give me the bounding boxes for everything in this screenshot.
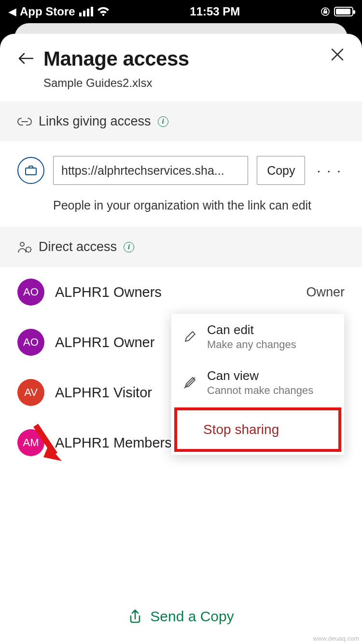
link-more-button[interactable]: · · · — [314, 162, 345, 179]
member-row[interactable]: AO ALPHR1 Owners Owner — [0, 267, 362, 317]
cell-signal-icon — [79, 7, 93, 16]
svg-line-4 — [184, 378, 195, 388]
avatar: AO — [17, 329, 44, 356]
option-subtitle: Cannot make changes — [207, 384, 313, 397]
watermark: www.deuaq.com — [313, 635, 359, 642]
option-subtitle: Make any changes — [207, 338, 296, 351]
pencil-slash-icon — [181, 376, 198, 390]
page-title: Manage access — [43, 47, 321, 70]
org-link-icon[interactable] — [17, 157, 44, 184]
member-role: Owner — [306, 285, 345, 300]
pencil-icon — [181, 330, 198, 344]
manage-access-sheet: Manage access Sample Guides2.xlsx Links … — [0, 34, 362, 644]
back-app-label[interactable]: App Store — [20, 5, 75, 18]
direct-access-section-header: Direct access i — [0, 227, 362, 267]
link-description: People in your organization with the lin… — [53, 198, 345, 212]
annotation-arrow — [32, 421, 66, 465]
info-icon[interactable]: i — [158, 116, 168, 127]
avatar: AO — [17, 279, 44, 306]
links-section-label: Links giving access — [39, 114, 151, 129]
sheet-header: Manage access Sample Guides2.xlsx — [0, 34, 362, 101]
orientation-lock-icon — [320, 7, 330, 16]
wifi-icon — [97, 7, 110, 16]
status-time: 11:53 PM — [190, 5, 240, 18]
copy-link-button[interactable]: Copy — [257, 156, 305, 185]
share-icon — [128, 608, 142, 625]
file-name: Sample Guides2.xlsx — [43, 76, 321, 90]
direct-access-label: Direct access — [39, 239, 117, 254]
share-link-field[interactable]: https://alphrtechservices.sha... — [53, 156, 248, 185]
option-title: Can edit — [207, 322, 296, 337]
people-settings-icon — [17, 241, 32, 253]
permission-popup: Can edit Make any changes Can view Canno… — [171, 313, 345, 455]
close-button[interactable] — [330, 47, 345, 62]
option-title: Can view — [207, 368, 313, 383]
link-icon — [17, 116, 32, 127]
share-link-block: https://alphrtechservices.sha... Copy · … — [0, 141, 362, 227]
status-bar: ◀ App Store 11:53 PM — [0, 0, 362, 23]
links-section-header: Links giving access i — [0, 101, 362, 141]
back-button[interactable] — [17, 47, 43, 67]
svg-line-5 — [36, 425, 55, 454]
info-icon[interactable]: i — [124, 242, 134, 252]
send-copy-button[interactable]: Send a Copy — [0, 596, 362, 644]
svg-point-2 — [20, 242, 24, 246]
send-copy-label: Send a Copy — [150, 608, 234, 625]
svg-rect-1 — [26, 168, 36, 175]
permission-option-view[interactable]: Can view Cannot make changes — [171, 360, 344, 406]
avatar: AV — [17, 379, 44, 406]
battery-icon — [334, 7, 353, 16]
back-to-app-icon[interactable]: ◀ — [9, 6, 16, 17]
stop-sharing-option[interactable]: Stop sharing — [174, 407, 341, 452]
permission-option-edit[interactable]: Can edit Make any changes — [171, 314, 344, 360]
members-list: AO ALPHR1 Owners Owner AO ALPHR1 Owner A… — [0, 267, 362, 596]
member-name: ALPHR1 Owners — [55, 284, 295, 300]
